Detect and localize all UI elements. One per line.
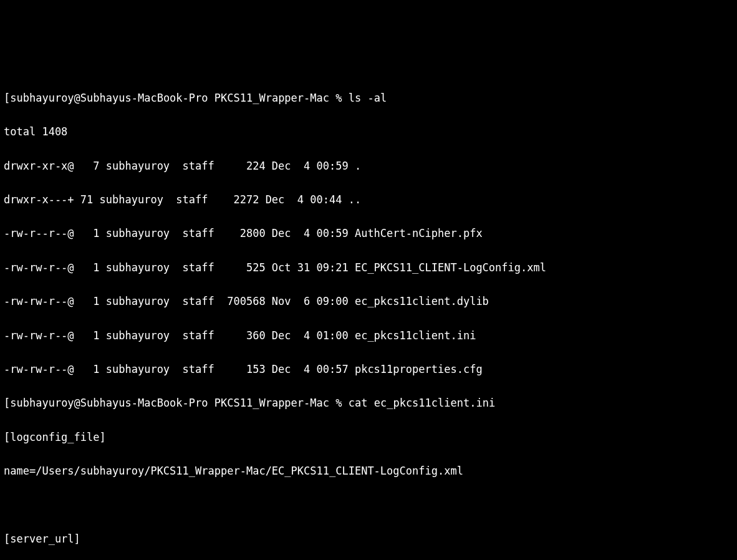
prompt-dir: PKCS11_Wrapper-Mac (214, 397, 329, 409)
ls-row: -rw-rw-r--@ 1 subhayuroy staff 360 Dec 4… (4, 327, 733, 344)
command-ls: ls -al (349, 92, 387, 104)
ls-row: -rw-r--r--@ 1 subhayuroy staff 2800 Dec … (4, 225, 733, 242)
prompt-symbol: % (335, 397, 342, 409)
ls-row: drwxr-x---+ 71 subhayuroy staff 2272 Dec… (4, 191, 733, 208)
ls-row: drwxr-xr-x@ 7 subhayuroy staff 224 Dec 4… (4, 158, 733, 175)
ini-section-server-url: [server_url] (4, 531, 733, 548)
prompt-dir: PKCS11_Wrapper-Mac (214, 92, 329, 104)
prompt-user-host: subhayuroy@Subhayus-MacBook-Pro (10, 397, 208, 409)
ls-row: -rw-rw-r--@ 1 subhayuroy staff 153 Dec 4… (4, 361, 733, 378)
ls-row: -rw-rw-r--@ 1 subhayuroy staff 525 Oct 3… (4, 259, 733, 276)
bracket-open: [ (4, 397, 10, 409)
prompt-user-host: subhayuroy@Subhayus-MacBook-Pro (10, 92, 208, 104)
terminal-window[interactable]: [subhayuroy@Subhayus-MacBook-Pro PKCS11_… (4, 73, 733, 560)
prompt-line-2: [subhayuroy@Subhayus-MacBook-Pro PKCS11_… (4, 395, 733, 412)
prompt-line-1: [subhayuroy@Subhayus-MacBook-Pro PKCS11_… (4, 90, 733, 107)
blank-line (4, 496, 733, 513)
ini-name-line: name=/Users/subhayuroy/PKCS11_Wrapper-Ma… (4, 463, 733, 480)
prompt-symbol: % (335, 92, 342, 104)
ls-row: -rw-rw-r--@ 1 subhayuroy staff 700568 No… (4, 293, 733, 310)
ini-section-logconfig: [logconfig_file] (4, 429, 733, 446)
command-cat-ini: cat ec_pkcs11client.ini (349, 397, 495, 409)
bracket-open: [ (4, 92, 10, 104)
ls-total: total 1408 (4, 123, 733, 140)
